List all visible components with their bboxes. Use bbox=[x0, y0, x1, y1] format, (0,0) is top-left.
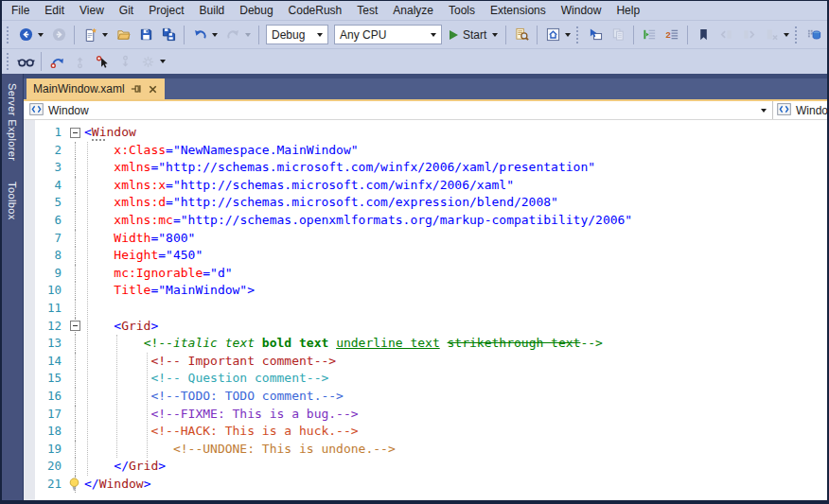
line-number: 17 bbox=[24, 406, 67, 424]
datasource-icon[interactable] bbox=[803, 25, 824, 45]
chevron-down-icon[interactable] bbox=[761, 109, 767, 113]
format-indent-icon[interactable] bbox=[639, 25, 660, 45]
code-line[interactable]: 14 <!-- Important comment--> bbox=[24, 353, 827, 371]
redo-icon[interactable] bbox=[222, 25, 243, 45]
side-tab-server-explorer[interactable]: Server Explorer bbox=[7, 83, 18, 161]
save-icon[interactable] bbox=[135, 25, 156, 45]
dropdown-caret-icon[interactable] bbox=[102, 33, 108, 37]
save-all-icon[interactable] bbox=[158, 25, 179, 45]
toolbar-grip[interactable] bbox=[7, 53, 10, 70]
jump-marker-icon[interactable] bbox=[46, 51, 67, 72]
attach-search-icon[interactable] bbox=[511, 25, 532, 45]
toolbar-grip[interactable] bbox=[7, 26, 10, 43]
home-icon[interactable] bbox=[542, 25, 563, 45]
cursor-marker-icon[interactable] bbox=[92, 51, 113, 72]
code-line[interactable]: 20 </Grid> bbox=[24, 458, 827, 476]
fold-margin[interactable] bbox=[67, 318, 84, 336]
fold-margin[interactable] bbox=[67, 124, 84, 142]
dropdown-caret-icon[interactable] bbox=[212, 33, 218, 37]
code-line[interactable]: 12 <Grid> bbox=[24, 318, 827, 336]
dropdown-caret-icon[interactable] bbox=[492, 33, 498, 37]
format-lines-icon[interactable]: 2 bbox=[661, 25, 682, 45]
next-bookmark-icon[interactable] bbox=[738, 25, 759, 45]
lightbulb-icon[interactable] bbox=[68, 478, 81, 491]
code-line[interactable]: 21</Window> bbox=[24, 476, 827, 494]
code-line[interactable]: 17 <!--FIXME: This is a bug.--> bbox=[24, 406, 827, 424]
code-line[interactable]: 4 xmlns:x="http://schemas.microsoft.com/… bbox=[24, 177, 827, 195]
menu-item-analyze[interactable]: Analyze bbox=[385, 1, 441, 20]
dropdown-caret-icon[interactable] bbox=[245, 33, 251, 37]
menu-item-view[interactable]: View bbox=[72, 1, 112, 20]
debug-configuration-combo-label: Debug bbox=[272, 28, 305, 42]
code-line[interactable]: 1<Window bbox=[24, 124, 827, 142]
menu-item-debug[interactable]: Debug bbox=[232, 1, 280, 20]
code-line[interactable]: 6 xmlns:mc="http://schemas.openxmlformat… bbox=[24, 212, 827, 230]
dropdown-caret-icon[interactable] bbox=[160, 60, 166, 63]
pin-icon[interactable] bbox=[131, 83, 142, 95]
code-line[interactable]: 11 bbox=[24, 300, 827, 318]
menu-item-git[interactable]: Git bbox=[112, 1, 141, 20]
side-tab-toolbox[interactable]: Toolbox bbox=[7, 182, 18, 220]
open-folder-icon[interactable] bbox=[113, 25, 133, 45]
platform-combo[interactable]: Any CPU bbox=[334, 25, 442, 44]
toolbar-grip[interactable] bbox=[795, 26, 799, 43]
toolbar-grip[interactable] bbox=[576, 26, 580, 43]
clear-bookmarks-icon[interactable] bbox=[761, 25, 782, 45]
toolbar-separator bbox=[633, 26, 634, 44]
code-line[interactable]: 16 <!--TODO: TODO comment.--> bbox=[24, 388, 827, 406]
menu-item-tools[interactable]: Tools bbox=[441, 1, 483, 20]
code-line[interactable]: 10 Title="MainWindow"> bbox=[24, 282, 827, 300]
menu-item-help[interactable]: Help bbox=[609, 1, 647, 20]
dropdown-caret-icon[interactable] bbox=[784, 33, 789, 37]
down-marker-icon[interactable] bbox=[115, 51, 135, 72]
dropdown-caret-icon[interactable] bbox=[38, 33, 44, 37]
menu-item-build[interactable]: Build bbox=[192, 1, 233, 20]
dropdown-caret-icon[interactable] bbox=[565, 33, 571, 37]
fold-margin bbox=[67, 388, 84, 406]
code-line[interactable]: 2 x:Class="NewNamespace.MainWindow" bbox=[24, 142, 827, 160]
bookmark-icon[interactable] bbox=[693, 25, 714, 45]
menu-item-edit[interactable]: Edit bbox=[37, 1, 72, 20]
combo-caret-icon[interactable] bbox=[317, 33, 323, 37]
debug-configuration-combo[interactable]: Debug bbox=[266, 25, 328, 44]
combo-caret-icon[interactable] bbox=[431, 33, 436, 37]
prev-bookmark-icon[interactable] bbox=[715, 25, 736, 45]
element-breadcrumb-dropdown[interactable]: Window bbox=[24, 101, 772, 119]
copy-icon[interactable] bbox=[608, 25, 628, 45]
up-marker-icon[interactable] bbox=[69, 51, 90, 72]
code-line[interactable]: 3 xmlns="http://schemas.microsoft.com/wi… bbox=[24, 159, 827, 177]
start-debug-button[interactable]: Start bbox=[447, 25, 489, 45]
code-line[interactable]: 15 <!-- Question comment--> bbox=[24, 370, 827, 388]
platform-combo-label: Any CPU bbox=[340, 28, 386, 42]
menu-item-project[interactable]: Project bbox=[141, 1, 191, 20]
code-line[interactable]: 13 <!--italic text bold text underline t… bbox=[24, 335, 827, 353]
code-line[interactable]: 7 Width="800" bbox=[24, 230, 827, 248]
undo-icon[interactable] bbox=[189, 25, 210, 45]
code-line[interactable]: 19 <!--UNDONE: This is undone.--> bbox=[24, 441, 827, 459]
code-line[interactable]: 8 Height="450" bbox=[24, 247, 827, 265]
toolbar-separator bbox=[74, 26, 75, 44]
new-item-icon[interactable] bbox=[79, 25, 100, 45]
code-line[interactable]: 5 xmlns:d="http://schemas.microsoft.com/… bbox=[24, 194, 827, 212]
glasses-icon[interactable] bbox=[15, 51, 36, 72]
forward-icon[interactable] bbox=[48, 25, 69, 45]
menu-item-window[interactable]: Window bbox=[554, 1, 609, 20]
menu-item-file[interactable]: File bbox=[4, 1, 37, 20]
svg-text:2: 2 bbox=[665, 30, 670, 40]
close-icon[interactable] bbox=[148, 84, 158, 95]
collapse-box-icon[interactable] bbox=[70, 128, 80, 138]
menu-item-coderush[interactable]: CodeRush bbox=[281, 1, 350, 20]
menu-item-extensions[interactable]: Extensions bbox=[483, 1, 554, 20]
gear-icon[interactable] bbox=[137, 51, 158, 72]
tab-mainwindow-xaml[interactable]: MainWindow.xaml bbox=[26, 78, 165, 99]
secondary-element-dropdown[interactable]: Window bbox=[772, 101, 827, 119]
menu-item-test[interactable]: Test bbox=[349, 1, 385, 20]
locate-in-solution-icon[interactable] bbox=[585, 25, 606, 45]
collapse-box-icon[interactable] bbox=[70, 321, 80, 331]
back-icon[interactable] bbox=[15, 25, 36, 45]
code-editor[interactable]: 1<Window2 x:Class="NewNamespace.MainWind… bbox=[24, 120, 827, 500]
code-text: xmlns="http://schemas.microsoft.com/winf… bbox=[84, 159, 595, 177]
code-line[interactable]: 9 mc:Ignorable="d" bbox=[24, 265, 827, 283]
side-tool-tabs: Server ExplorerToolbox bbox=[2, 74, 24, 500]
code-line[interactable]: 18 <!--HACK: This is a huck.--> bbox=[24, 423, 827, 441]
